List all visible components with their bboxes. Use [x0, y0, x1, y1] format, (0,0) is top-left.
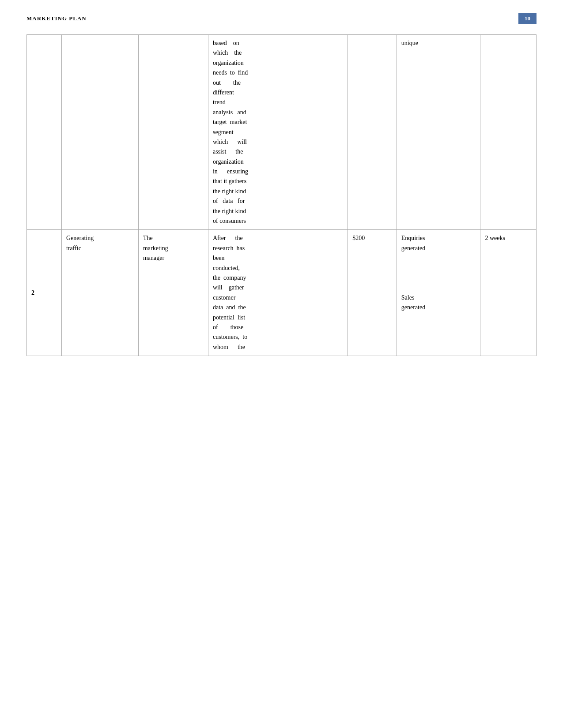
page-header: MARKETING PLAN 10 [26, 13, 537, 24]
cell-budget-1 [348, 35, 397, 230]
page-title: MARKETING PLAN [26, 15, 87, 22]
cell-num-2: 2 [27, 230, 62, 356]
table-row: based on which the organization needs to… [27, 35, 537, 230]
cell-outcomes-2: Enquiriesgenerated Salesgenerated [397, 230, 480, 356]
cell-person-2: Themarketingmanager [138, 230, 208, 356]
cell-budget-2: $200 [348, 230, 397, 356]
cell-description-2: After the research has been conducted, t… [208, 230, 348, 356]
cell-timeline-1 [480, 35, 537, 230]
cell-outcomes-1: unique [397, 35, 480, 230]
marketing-plan-table: based on which the organization needs to… [26, 34, 537, 356]
table-row: 2 Generatingtraffic Themarketingmanager … [27, 230, 537, 356]
cell-description-1: based on which the organization needs to… [208, 35, 348, 230]
page-number: 10 [518, 13, 537, 24]
cell-timeline-2: 2 weeks [480, 230, 537, 356]
cell-activity-2: Generatingtraffic [62, 230, 139, 356]
cell-activity-1 [62, 35, 139, 230]
cell-num-1 [27, 35, 62, 230]
cell-person-1 [138, 35, 208, 230]
